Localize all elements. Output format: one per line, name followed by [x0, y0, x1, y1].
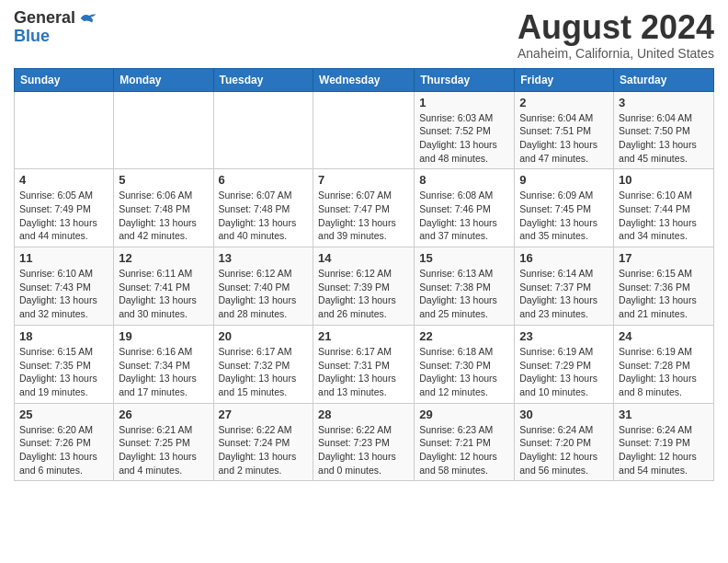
table-row: 14Sunrise: 6:12 AM Sunset: 7:39 PM Dayli…: [313, 247, 415, 326]
day-info: Sunrise: 6:08 AM Sunset: 7:46 PM Dayligh…: [419, 189, 509, 243]
table-row: 30Sunrise: 6:24 AM Sunset: 7:20 PM Dayli…: [515, 403, 614, 481]
day-info: Sunrise: 6:17 AM Sunset: 7:32 PM Dayligh…: [219, 345, 309, 399]
calendar-table: Sunday Monday Tuesday Wednesday Thursday…: [14, 68, 714, 482]
table-row: 10Sunrise: 6:10 AM Sunset: 7:44 PM Dayli…: [614, 169, 714, 247]
day-number: 20: [219, 329, 309, 343]
day-info: Sunrise: 6:24 AM Sunset: 7:20 PM Dayligh…: [519, 423, 609, 477]
table-row: 29Sunrise: 6:23 AM Sunset: 7:21 PM Dayli…: [415, 403, 515, 481]
col-thursday: Thursday: [415, 68, 515, 91]
table-row: 21Sunrise: 6:17 AM Sunset: 7:31 PM Dayli…: [313, 325, 415, 403]
table-row: 22Sunrise: 6:18 AM Sunset: 7:30 PM Dayli…: [415, 325, 515, 403]
day-number: 13: [219, 251, 309, 265]
day-info: Sunrise: 6:14 AM Sunset: 7:37 PM Dayligh…: [519, 267, 609, 321]
day-number: 17: [619, 251, 709, 265]
calendar-week-0: 1Sunrise: 6:03 AM Sunset: 7:52 PM Daylig…: [15, 91, 714, 169]
col-monday: Monday: [114, 68, 213, 91]
table-row: 3Sunrise: 6:04 AM Sunset: 7:50 PM Daylig…: [614, 91, 714, 169]
table-row: 18Sunrise: 6:15 AM Sunset: 7:35 PM Dayli…: [15, 325, 114, 403]
day-info: Sunrise: 6:15 AM Sunset: 7:35 PM Dayligh…: [19, 345, 108, 399]
table-row: 24Sunrise: 6:19 AM Sunset: 7:28 PM Dayli…: [614, 325, 714, 403]
table-row: [114, 91, 213, 169]
day-number: 29: [419, 408, 509, 421]
day-number: 22: [419, 329, 509, 343]
day-number: 9: [519, 173, 609, 187]
logo-general-text: General: [14, 9, 75, 28]
table-row: 25Sunrise: 6:20 AM Sunset: 7:26 PM Dayli…: [15, 403, 114, 481]
table-row: 31Sunrise: 6:24 AM Sunset: 7:19 PM Dayli…: [614, 403, 714, 481]
table-row: 23Sunrise: 6:19 AM Sunset: 7:29 PM Dayli…: [515, 325, 614, 403]
day-info: Sunrise: 6:07 AM Sunset: 7:47 PM Dayligh…: [318, 189, 409, 243]
day-info: Sunrise: 6:06 AM Sunset: 7:48 PM Dayligh…: [119, 189, 208, 243]
location-text: Anaheim, California, United States: [518, 46, 714, 61]
day-number: 26: [119, 408, 208, 421]
table-row: 15Sunrise: 6:13 AM Sunset: 7:38 PM Dayli…: [415, 247, 515, 326]
day-info: Sunrise: 6:20 AM Sunset: 7:26 PM Dayligh…: [19, 423, 108, 477]
col-sunday: Sunday: [15, 68, 114, 91]
day-number: 14: [318, 251, 409, 265]
day-number: 3: [619, 96, 709, 109]
calendar-week-3: 18Sunrise: 6:15 AM Sunset: 7:35 PM Dayli…: [15, 325, 714, 403]
table-row: 17Sunrise: 6:15 AM Sunset: 7:36 PM Dayli…: [614, 247, 714, 326]
col-saturday: Saturday: [614, 68, 714, 91]
day-number: 7: [318, 173, 409, 187]
day-info: Sunrise: 6:04 AM Sunset: 7:50 PM Dayligh…: [619, 111, 709, 166]
day-number: 18: [19, 329, 108, 343]
table-row: 26Sunrise: 6:21 AM Sunset: 7:25 PM Dayli…: [114, 403, 213, 481]
table-row: 4Sunrise: 6:05 AM Sunset: 7:49 PM Daylig…: [15, 169, 114, 247]
day-number: 24: [619, 329, 709, 343]
day-number: 25: [19, 408, 108, 421]
day-number: 19: [119, 329, 208, 343]
calendar-week-4: 25Sunrise: 6:20 AM Sunset: 7:26 PM Dayli…: [15, 403, 714, 481]
table-row: 16Sunrise: 6:14 AM Sunset: 7:37 PM Dayli…: [515, 247, 614, 326]
day-info: Sunrise: 6:16 AM Sunset: 7:34 PM Dayligh…: [119, 345, 208, 399]
table-row: 28Sunrise: 6:22 AM Sunset: 7:23 PM Dayli…: [313, 403, 415, 481]
day-info: Sunrise: 6:07 AM Sunset: 7:48 PM Dayligh…: [219, 189, 309, 243]
header-row: Sunday Monday Tuesday Wednesday Thursday…: [15, 68, 714, 91]
day-info: Sunrise: 6:19 AM Sunset: 7:28 PM Dayligh…: [619, 345, 709, 399]
day-number: 28: [318, 408, 409, 421]
col-friday: Friday: [515, 68, 614, 91]
month-title: August 2024: [518, 9, 714, 46]
day-info: Sunrise: 6:23 AM Sunset: 7:21 PM Dayligh…: [419, 423, 509, 477]
table-row: 9Sunrise: 6:09 AM Sunset: 7:45 PM Daylig…: [515, 169, 614, 247]
title-block: August 2024 Anaheim, California, United …: [518, 9, 714, 61]
day-info: Sunrise: 6:22 AM Sunset: 7:24 PM Dayligh…: [219, 423, 309, 477]
day-info: Sunrise: 6:11 AM Sunset: 7:41 PM Dayligh…: [119, 267, 208, 321]
day-info: Sunrise: 6:09 AM Sunset: 7:45 PM Dayligh…: [519, 189, 609, 243]
table-row: 13Sunrise: 6:12 AM Sunset: 7:40 PM Dayli…: [213, 247, 313, 326]
table-row: [15, 91, 114, 169]
table-row: 27Sunrise: 6:22 AM Sunset: 7:24 PM Dayli…: [213, 403, 313, 481]
day-info: Sunrise: 6:03 AM Sunset: 7:52 PM Dayligh…: [419, 111, 509, 166]
day-number: 6: [219, 173, 309, 187]
day-info: Sunrise: 6:10 AM Sunset: 7:44 PM Dayligh…: [619, 189, 709, 243]
day-info: Sunrise: 6:22 AM Sunset: 7:23 PM Dayligh…: [318, 423, 409, 477]
table-row: 20Sunrise: 6:17 AM Sunset: 7:32 PM Dayli…: [213, 325, 313, 403]
day-number: 21: [318, 329, 409, 343]
table-row: 12Sunrise: 6:11 AM Sunset: 7:41 PM Dayli…: [114, 247, 213, 326]
day-info: Sunrise: 6:21 AM Sunset: 7:25 PM Dayligh…: [119, 423, 208, 477]
day-number: 16: [519, 251, 609, 265]
day-number: 8: [419, 173, 509, 187]
day-info: Sunrise: 6:12 AM Sunset: 7:39 PM Dayligh…: [318, 267, 409, 321]
day-info: Sunrise: 6:10 AM Sunset: 7:43 PM Dayligh…: [19, 267, 108, 321]
table-row: 5Sunrise: 6:06 AM Sunset: 7:48 PM Daylig…: [114, 169, 213, 247]
day-info: Sunrise: 6:05 AM Sunset: 7:49 PM Dayligh…: [19, 189, 108, 243]
day-number: 11: [19, 251, 108, 265]
day-info: Sunrise: 6:18 AM Sunset: 7:30 PM Dayligh…: [419, 345, 509, 399]
logo-bird-icon: [77, 10, 97, 27]
day-number: 12: [119, 251, 208, 265]
day-number: 30: [519, 408, 609, 421]
table-row: 19Sunrise: 6:16 AM Sunset: 7:34 PM Dayli…: [114, 325, 213, 403]
calendar-week-2: 11Sunrise: 6:10 AM Sunset: 7:43 PM Dayli…: [15, 247, 714, 326]
logo: General Blue: [14, 9, 97, 46]
day-number: 5: [119, 173, 208, 187]
day-number: 10: [619, 173, 709, 187]
day-number: 15: [419, 251, 509, 265]
day-info: Sunrise: 6:15 AM Sunset: 7:36 PM Dayligh…: [619, 267, 709, 321]
table-row: 1Sunrise: 6:03 AM Sunset: 7:52 PM Daylig…: [415, 91, 515, 169]
logo-blue-text: Blue: [14, 28, 97, 46]
table-row: 7Sunrise: 6:07 AM Sunset: 7:47 PM Daylig…: [313, 169, 415, 247]
day-info: Sunrise: 6:19 AM Sunset: 7:29 PM Dayligh…: [519, 345, 609, 399]
day-info: Sunrise: 6:12 AM Sunset: 7:40 PM Dayligh…: [219, 267, 309, 321]
page-header: General Blue August 2024 Anaheim, Califo…: [14, 9, 714, 61]
